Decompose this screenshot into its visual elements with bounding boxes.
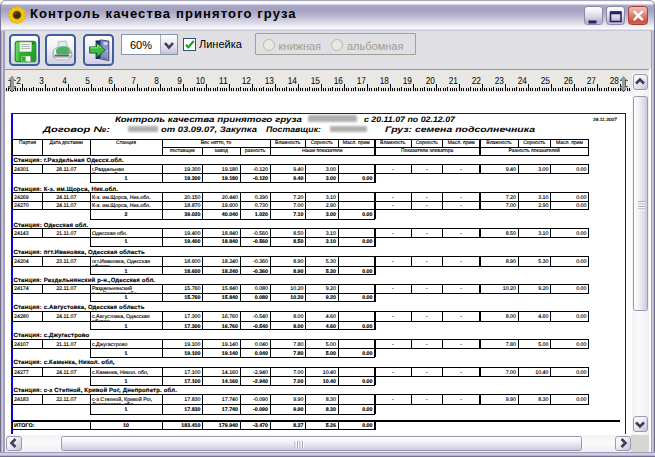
svg-text:15.760: 15.760: [184, 286, 200, 292]
svg-text:0.290: 0.290: [255, 195, 268, 201]
svg-text:-: -: [426, 195, 428, 201]
svg-text:Наши показатели: Наши показатели: [302, 148, 343, 154]
svg-text:12: 12: [242, 76, 252, 87]
svg-text:-: -: [460, 195, 462, 201]
svg-text:3: 3: [39, 76, 44, 87]
svg-text:24280: 24280: [14, 314, 29, 320]
svg-text:3.10: 3.10: [538, 231, 548, 237]
svg-text:Станция: Раздельнянский р-н.,О: Станция: Раздельнянский р-н.,Одесская об…: [14, 277, 156, 284]
svg-text:2.90: 2.90: [326, 203, 336, 209]
svg-text:завод: завод: [215, 148, 228, 154]
svg-text:21: 21: [449, 76, 459, 87]
svg-text:24.11.07: 24.11.07: [56, 370, 76, 376]
svg-text:1: 1: [125, 239, 128, 245]
svg-text:9.90: 9.90: [293, 407, 303, 413]
svg-text:К-з. им.Щорса, Ник.обл.: К-з. им.Щорса, Ник.обл.: [92, 203, 151, 209]
svg-text:-2.940: -2.940: [253, 379, 268, 385]
svg-text:Сорность: Сорность: [311, 140, 334, 146]
svg-text:19.140: 19.140: [222, 342, 238, 348]
svg-text:18.600: 18.600: [184, 269, 200, 275]
svg-text:1: 1: [125, 351, 128, 357]
svg-text:0.730: 0.730: [255, 203, 268, 209]
svg-text:-: -: [426, 342, 428, 348]
svg-text:1: 1: [125, 269, 128, 275]
svg-text:22: 22: [472, 76, 482, 87]
svg-text:15.760: 15.760: [184, 295, 200, 301]
svg-text:8.00: 8.00: [293, 324, 303, 330]
svg-text:7: 7: [131, 76, 136, 87]
svg-text:23.11.07: 23.11.07: [56, 259, 76, 265]
svg-text:17.740: 17.740: [222, 397, 238, 403]
svg-text:4: 4: [62, 76, 67, 87]
svg-text:-: -: [460, 231, 462, 237]
svg-text:0.00: 0.00: [576, 231, 586, 237]
svg-text:17.830: 17.830: [184, 397, 200, 403]
svg-text:0.00: 0.00: [576, 342, 586, 348]
svg-text:19.300: 19.300: [184, 167, 200, 173]
svg-text:Вес нетто, тн: Вес нетто, тн: [201, 140, 232, 146]
svg-text:-: -: [460, 397, 462, 403]
svg-text:0.00: 0.00: [362, 269, 372, 275]
svg-text:Станция: г.Раздельная Одесск.о: Станция: г.Раздельная Одесск.обл.: [14, 157, 125, 164]
svg-text:7.00: 7.00: [293, 203, 303, 209]
svg-text:3.10: 3.10: [326, 231, 336, 237]
svg-text:8.30: 8.30: [326, 397, 336, 403]
svg-text:24.11.07: 24.11.07: [56, 314, 76, 320]
svg-text:-: -: [426, 286, 428, 292]
svg-text:-: -: [460, 370, 462, 376]
svg-text:-3.470: -3.470: [253, 423, 268, 429]
svg-text:Одесская обл.: Одесская обл.: [92, 231, 127, 237]
svg-text:7.10: 7.10: [293, 212, 303, 218]
svg-text:5.00: 5.00: [326, 351, 336, 357]
svg-text:9.40: 9.40: [293, 176, 303, 182]
svg-text:Влажность: Влажность: [275, 140, 301, 146]
svg-text:19.180: 19.180: [222, 167, 238, 173]
svg-text:8.90: 8.90: [293, 269, 303, 275]
svg-text:10.20: 10.20: [290, 286, 303, 292]
svg-text:22.11.07: 22.11.07: [56, 286, 76, 292]
svg-text:0.080: 0.080: [255, 295, 268, 301]
svg-text:-: -: [426, 314, 428, 320]
svg-text:8.00: 8.00: [293, 314, 303, 320]
svg-text:24270: 24270: [14, 203, 29, 209]
svg-text:Станция: с.Августовка, Одесск: Станция: с.Августовка, Одесская область: [14, 304, 145, 311]
svg-text:19: 19: [403, 76, 413, 87]
svg-text:21.11.07: 21.11.07: [56, 231, 76, 237]
svg-text:7.80: 7.80: [506, 342, 516, 348]
svg-text:3.00: 3.00: [326, 212, 336, 218]
svg-text:1: 1: [125, 379, 128, 385]
svg-text:9.90: 9.90: [506, 397, 516, 403]
svg-text:26: 26: [564, 76, 574, 87]
svg-text:от 03.09.07, Закупка: от 03.09.07, Закупка: [161, 125, 258, 134]
svg-text:-: -: [426, 203, 428, 209]
svg-text:17.300: 17.300: [184, 324, 200, 330]
svg-text:0.00: 0.00: [576, 286, 586, 292]
svg-text:Станция: с.Джугастрово: Станция: с.Джугастрово: [14, 332, 90, 339]
svg-text:4.60: 4.60: [326, 324, 336, 330]
svg-text:0.00: 0.00: [576, 167, 586, 173]
svg-text:28.11.07: 28.11.07: [56, 167, 76, 173]
svg-text:17.300: 17.300: [184, 314, 200, 320]
svg-text:19.600: 19.600: [222, 203, 238, 209]
svg-text:16: 16: [334, 76, 344, 87]
svg-text:-: -: [426, 231, 428, 237]
svg-text:14.160: 14.160: [222, 370, 238, 376]
svg-text:К-з. им.Щорса, Ник.обл.: К-з. им.Щорса, Ник.обл.: [92, 195, 151, 201]
svg-text:27: 27: [587, 76, 597, 87]
svg-text:-: -: [460, 259, 462, 265]
svg-text:8.30: 8.30: [538, 397, 548, 403]
svg-text:5.30: 5.30: [326, 269, 336, 275]
svg-text:-0.360: -0.360: [253, 269, 268, 275]
svg-text:-: -: [392, 342, 394, 348]
svg-text:24204: 24204: [14, 259, 29, 265]
svg-text:-: -: [392, 286, 394, 292]
svg-text:8.50: 8.50: [506, 231, 516, 237]
svg-text:20.440: 20.440: [222, 195, 238, 201]
svg-text:7.00: 7.00: [293, 379, 303, 385]
svg-text:16.760: 16.760: [222, 324, 238, 330]
svg-text:18.840: 18.840: [222, 239, 238, 245]
svg-text:0.00: 0.00: [362, 239, 372, 245]
svg-text:6: 6: [108, 76, 113, 87]
svg-text:7.00: 7.00: [293, 370, 303, 376]
svg-text:20: 20: [426, 76, 436, 87]
